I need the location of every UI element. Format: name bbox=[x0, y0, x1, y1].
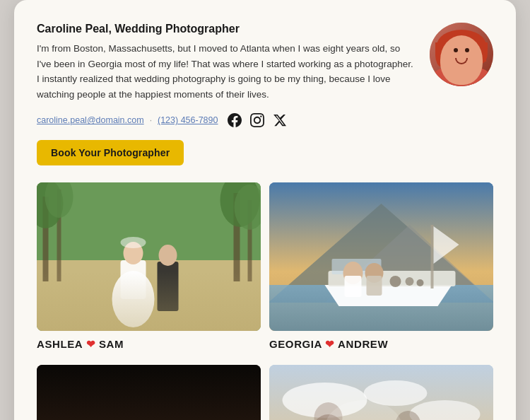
svg-rect-1 bbox=[37, 260, 261, 331]
facebook-icon[interactable] bbox=[226, 112, 243, 129]
twitter-x-icon[interactable] bbox=[271, 112, 288, 129]
svg-rect-32 bbox=[37, 365, 261, 420]
svg-point-10 bbox=[112, 271, 155, 327]
avatar bbox=[430, 23, 493, 86]
svg-point-25 bbox=[417, 279, 424, 286]
social-icons-group bbox=[226, 112, 288, 129]
contact-row: caroline.peal@domain.com · (123) 456-789… bbox=[37, 112, 416, 129]
heart-icon-2: ❤ bbox=[325, 338, 338, 350]
profile-card: Caroline Peal, Wedding Photographer I'm … bbox=[14, 0, 516, 420]
svg-rect-27 bbox=[345, 276, 362, 297]
gallery-photo-1 bbox=[37, 182, 261, 331]
book-photographer-button[interactable]: Book Your Photographer bbox=[37, 140, 184, 165]
svg-rect-13 bbox=[158, 262, 179, 311]
svg-rect-30 bbox=[431, 225, 434, 288]
svg-rect-29 bbox=[367, 276, 382, 296]
svg-point-24 bbox=[406, 277, 414, 286]
profile-text: Caroline Peal, Wedding Photographer I'm … bbox=[37, 23, 416, 165]
gallery-item-4 bbox=[269, 365, 493, 420]
gallery-item-3 bbox=[37, 365, 261, 420]
gallery-label-1: ASHLEA ❤ SAM bbox=[37, 338, 261, 351]
photographer-name: Caroline Peal, Wedding Photographer bbox=[37, 23, 416, 35]
svg-rect-11 bbox=[121, 260, 146, 299]
svg-point-14 bbox=[159, 245, 177, 266]
gallery-label-2: GEORGIA ❤ ANDREW bbox=[269, 338, 493, 351]
gallery-item-2: GEORGIA ❤ ANDREW bbox=[269, 182, 493, 356]
svg-point-15 bbox=[121, 237, 146, 248]
email-link[interactable]: caroline.peal@domain.com bbox=[37, 115, 144, 125]
gallery-photo-4 bbox=[269, 365, 493, 420]
svg-point-23 bbox=[390, 276, 401, 287]
gallery-photo-2 bbox=[269, 182, 493, 331]
heart-icon-1: ❤ bbox=[86, 338, 99, 350]
instagram-icon[interactable] bbox=[249, 112, 266, 129]
gallery-photo-3 bbox=[37, 365, 261, 420]
gallery-grid: ASHLEA ❤ SAM bbox=[37, 182, 493, 420]
profile-section: Caroline Peal, Wedding Photographer I'm … bbox=[37, 23, 493, 165]
photographer-bio: I'm from Boston, Massachusetts, but I mo… bbox=[37, 41, 416, 102]
contact-separator: · bbox=[150, 115, 152, 125]
gallery-item-1: ASHLEA ❤ SAM bbox=[37, 182, 261, 356]
phone-link[interactable]: (123) 456-7890 bbox=[158, 115, 218, 125]
